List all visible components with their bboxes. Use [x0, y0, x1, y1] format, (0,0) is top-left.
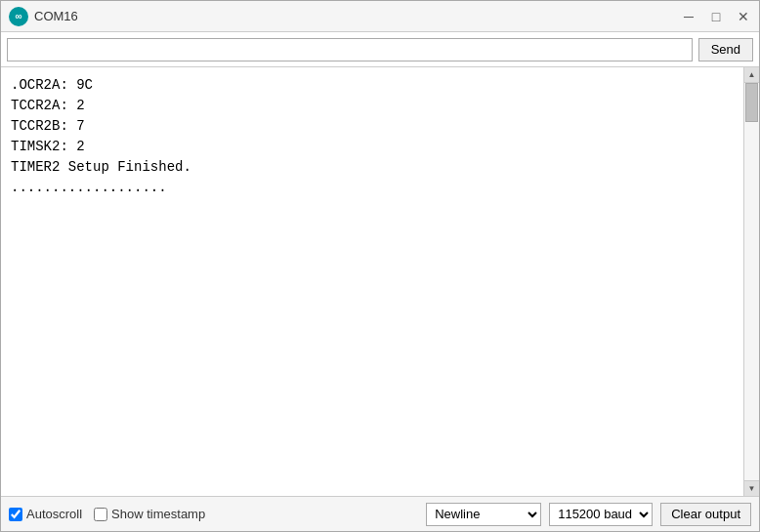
- window-title: COM16: [34, 9, 78, 23]
- arduino-logo: ∞: [9, 7, 28, 26]
- window-controls: ─ □ ✕: [681, 9, 751, 24]
- output-line: TIMSK2: 2: [11, 137, 734, 157]
- output-line: TIMER2 Setup Finished.: [11, 157, 734, 178]
- show-timestamp-checkbox[interactable]: [94, 508, 107, 521]
- baud-rate-dropdown[interactable]: 300 baud1200 baud2400 baud4800 baud9600 …: [549, 503, 653, 526]
- output-line: TCCR2A: 2: [11, 96, 734, 116]
- status-bar: Autoscroll Show timestamp NewlineNo line…: [1, 496, 759, 531]
- serial-input[interactable]: [7, 38, 693, 61]
- show-timestamp-text: Show timestamp: [111, 507, 205, 521]
- send-button[interactable]: Send: [698, 38, 753, 61]
- minimize-button[interactable]: ─: [681, 9, 697, 24]
- autoscroll-label[interactable]: Autoscroll: [9, 507, 82, 521]
- scrollbar-up-button[interactable]: ▲: [744, 67, 760, 83]
- clear-output-button[interactable]: Clear output: [660, 503, 751, 526]
- autoscroll-text: Autoscroll: [26, 507, 82, 521]
- status-bar-right: NewlineNo line endingCarriage returnBoth…: [426, 503, 751, 526]
- maximize-button[interactable]: □: [708, 9, 724, 24]
- show-timestamp-label[interactable]: Show timestamp: [94, 507, 205, 521]
- scrollbar-thumb[interactable]: [745, 83, 758, 122]
- scrollbar-track: ▲ ▼: [743, 67, 759, 496]
- output-area: .OCR2A: 9CTCCR2A: 2TCCR2B: 7TIMSK2: 2TIM…: [1, 67, 743, 496]
- logo-symbol: ∞: [15, 11, 21, 21]
- newline-dropdown[interactable]: NewlineNo line endingCarriage returnBoth…: [426, 503, 541, 526]
- title-bar: ∞ COM16 ─ □ ✕: [1, 1, 759, 32]
- scrollbar-down-button[interactable]: ▼: [744, 480, 760, 496]
- autoscroll-checkbox[interactable]: [9, 508, 22, 521]
- output-line: ...................: [11, 178, 734, 198]
- output-line: TCCR2B: 7: [11, 116, 734, 137]
- output-area-wrapper: .OCR2A: 9CTCCR2A: 2TCCR2B: 7TIMSK2: 2TIM…: [1, 67, 759, 496]
- output-line: .OCR2A: 9C: [11, 75, 734, 96]
- close-button[interactable]: ✕: [736, 9, 751, 24]
- scrollbar-thumb-area: [744, 83, 759, 480]
- title-bar-left: ∞ COM16: [9, 7, 78, 26]
- serial-monitor-window: ∞ COM16 ─ □ ✕ Send .OCR2A: 9CTCCR2A: 2TC…: [0, 0, 760, 532]
- input-toolbar: Send: [1, 32, 759, 67]
